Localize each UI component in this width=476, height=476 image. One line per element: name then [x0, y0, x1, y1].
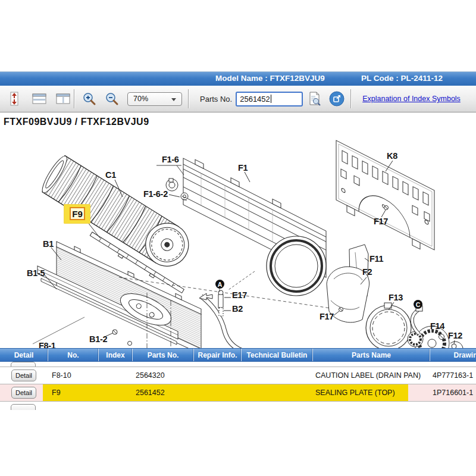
column-header[interactable]: No.: [48, 349, 98, 361]
cell-name: SEALING PLATE (TOP): [312, 384, 430, 401]
part-label-f1-6-2[interactable]: F1-6-2: [143, 189, 168, 199]
detail-button[interactable]: Detail: [11, 387, 36, 399]
column-header[interactable]: Drawing No.: [430, 349, 476, 361]
cell-index: [98, 384, 132, 401]
highlighted-part-label: F9: [70, 207, 85, 220]
column-header[interactable]: Parts No.: [132, 349, 193, 361]
column-header[interactable]: Index: [98, 349, 132, 361]
part-label-b1[interactable]: B1: [43, 239, 54, 249]
cell-no: F9: [48, 384, 98, 401]
column-header[interactable]: Parts Name: [312, 349, 430, 361]
column-header[interactable]: Repair Info.: [193, 349, 241, 361]
highlighted-part-callout[interactable]: F9: [64, 204, 90, 224]
part-label-f12[interactable]: F12: [448, 331, 462, 340]
cell-bulletin: [241, 367, 312, 384]
table-row: DetailF8-102564320CAUTION LABEL (DRAIN P…: [0, 367, 476, 384]
parts-catalog-window: Model Name : FTXF12BVJU9 PL Code : PL-24…: [0, 0, 476, 476]
part-label-f1[interactable]: F1: [238, 163, 248, 173]
table-body: DetailF8-102564320CAUTION LABEL (DRAIN P…: [0, 367, 476, 402]
cell-repair: [193, 384, 241, 401]
detail-button[interactable]: [11, 362, 36, 367]
part-label-b2[interactable]: B2: [232, 304, 243, 314]
cell-name: CAUTION LABEL (DRAIN PAN): [312, 367, 430, 384]
cell-parts_no: 2561452: [132, 384, 193, 401]
part-label-e17[interactable]: E17: [232, 290, 247, 300]
view-marker-a: A: [215, 280, 224, 289]
cell-index: [98, 367, 132, 384]
rear-plate-k8: [336, 140, 434, 256]
part-label-f1-6[interactable]: F1-6: [162, 155, 179, 164]
part-label-f11[interactable]: F11: [369, 254, 383, 264]
cell-bulletin: [241, 384, 312, 401]
part-label-f14[interactable]: F14: [430, 321, 444, 331]
part-label-f17[interactable]: F17: [320, 312, 334, 321]
part-label-f13[interactable]: F13: [389, 293, 403, 302]
view-marker-c: C: [414, 300, 422, 309]
part-label-k8[interactable]: K8: [387, 151, 397, 161]
detail-button[interactable]: Detail: [11, 369, 36, 381]
table-row: DetailF92561452SEALING PLATE (TOP)1P7166…: [0, 384, 476, 402]
cell-parts_no: 2564320: [132, 367, 193, 384]
partial-row-bottom: [0, 402, 476, 410]
part-label-b1-2[interactable]: B1-2: [89, 334, 107, 344]
detail-button[interactable]: [11, 404, 36, 410]
cell-detail: Detail: [0, 384, 48, 401]
part-label-f2[interactable]: F2: [362, 267, 372, 277]
cell-detail: Detail: [0, 367, 48, 384]
parts-table: DetailNo.IndexParts No.Repair Info.Techn…: [0, 348, 476, 410]
cell-drawing: 1P716601-1: [430, 384, 476, 401]
column-header[interactable]: Technical Bulletin: [241, 349, 312, 361]
column-header[interactable]: Detail: [0, 349, 48, 361]
table-header: DetailNo.IndexParts No.Repair Info.Techn…: [0, 348, 476, 362]
part-label-b1-5[interactable]: B1-5: [27, 268, 45, 278]
cell-repair: [193, 367, 241, 384]
cell-drawing: 4P777163-1: [430, 367, 476, 384]
cell-no: F8-10: [48, 367, 98, 384]
part-label-f17[interactable]: F17: [374, 217, 388, 226]
partial-row-top: [0, 362, 476, 367]
part-label-c1[interactable]: C1: [105, 170, 116, 180]
